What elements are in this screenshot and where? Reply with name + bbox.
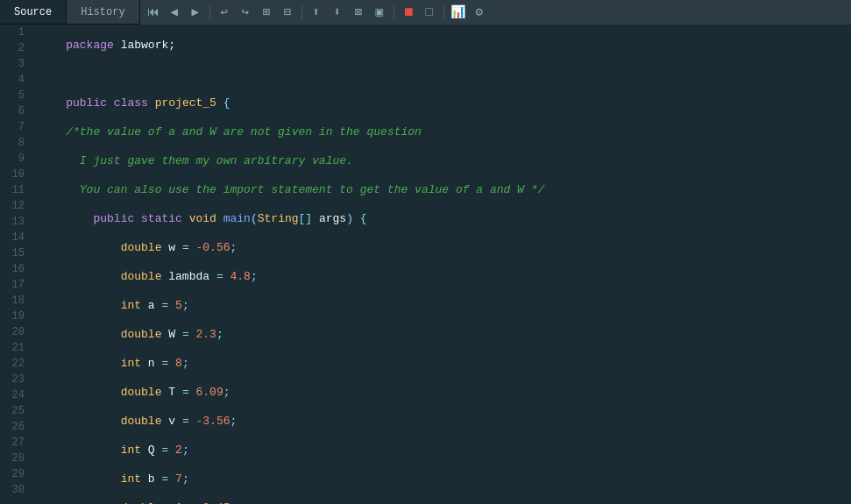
toolbar-undo-btn[interactable]: ↩ bbox=[215, 3, 234, 22]
tab-history[interactable]: History bbox=[67, 0, 139, 24]
line-numbers: 12345 678910 1112131415 1617181920 21222… bbox=[0, 25, 32, 504]
toolbar-diff-btn[interactable]: ⊞ bbox=[257, 3, 276, 22]
toolbar-x2-btn[interactable]: ⊟ bbox=[278, 3, 297, 22]
toolbar-sep-1 bbox=[209, 5, 210, 19]
code-line: public class project_5 { bbox=[39, 96, 844, 111]
toolbar-rec-btn[interactable]: □ bbox=[420, 3, 439, 22]
tab-bar: Source History ⏮ ◀ ▶ ↩ ↪ ⊞ ⊟ ⬆ ⬇ ⊠ ▣ ⏹ □… bbox=[0, 0, 851, 25]
toolbar-down-btn[interactable]: ⬇ bbox=[328, 3, 347, 22]
toolbar-stop-btn[interactable]: ⏹ bbox=[399, 3, 418, 22]
code-line: You can also use the import statement to… bbox=[39, 182, 844, 198]
toolbar-x4-btn[interactable]: ▣ bbox=[370, 3, 389, 22]
toolbar-x3-btn[interactable]: ⊠ bbox=[349, 3, 368, 22]
code-line: int a = 5; bbox=[39, 298, 844, 314]
code-line: double w = -0.56; bbox=[39, 240, 844, 256]
code-line: double p1 = 0.45; bbox=[39, 500, 844, 504]
code-line: package labwork; bbox=[39, 38, 844, 53]
toolbar-sep-4 bbox=[443, 5, 444, 19]
code-content[interactable]: package labwork; public class project_5 … bbox=[32, 25, 851, 504]
toolbar-sep-3 bbox=[394, 5, 394, 19]
toolbar: ⏮ ◀ ▶ ↩ ↪ ⊞ ⊟ ⬆ ⬇ ⊠ ▣ ⏹ □ 📊 ⚙ bbox=[140, 0, 851, 25]
code-line: /*the value of a and W are not given in … bbox=[39, 124, 844, 140]
toolbar-sep-2 bbox=[301, 5, 302, 19]
code-line: int n = 8; bbox=[39, 356, 844, 372]
toolbar-prev-btn[interactable]: ◀ bbox=[165, 3, 184, 22]
toolbar-chart-btn[interactable]: 📊 bbox=[449, 3, 468, 22]
code-line: double v = -3.56; bbox=[39, 414, 844, 429]
code-line: int b = 7; bbox=[39, 472, 844, 487]
toolbar-first-btn[interactable]: ⏮ bbox=[144, 3, 163, 22]
toolbar-next-btn[interactable]: ▶ bbox=[186, 3, 205, 22]
toolbar-redo-btn[interactable]: ↪ bbox=[236, 3, 255, 22]
tab-source[interactable]: Source bbox=[0, 0, 67, 24]
toolbar-settings-btn[interactable]: ⚙ bbox=[470, 3, 489, 22]
code-line: double W = 2.3; bbox=[39, 327, 844, 343]
code-line: int Q = 2; bbox=[39, 443, 844, 458]
toolbar-up-btn[interactable]: ⬆ bbox=[307, 3, 326, 22]
code-line bbox=[39, 67, 844, 82]
code-line: double T = 6.09; bbox=[39, 385, 844, 401]
code-area: 12345 678910 1112131415 1617181920 21222… bbox=[0, 25, 851, 504]
code-line: double lambda = 4.8; bbox=[39, 269, 844, 285]
code-line: I just gave them my own arbitrary value. bbox=[39, 153, 844, 169]
code-line: public static void main(String[] args) { bbox=[39, 211, 844, 227]
